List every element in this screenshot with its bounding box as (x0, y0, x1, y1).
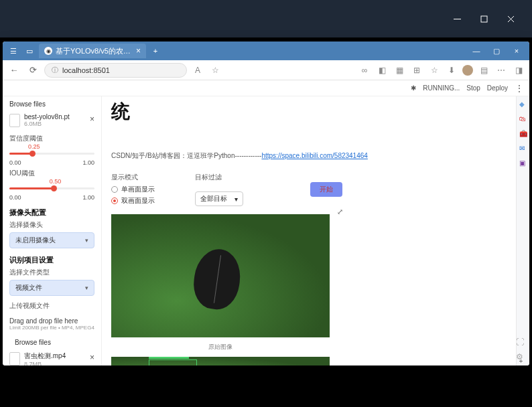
image-caption-1: 原始图像 (111, 343, 330, 351)
outer-close-button[interactable] (497, 8, 524, 29)
extension2-icon[interactable]: ▦ (393, 64, 406, 77)
file-icon (9, 352, 20, 365)
chevron-down-icon: ▾ (85, 284, 88, 291)
url-input[interactable]: ⓘ localhost:8501 (44, 63, 187, 78)
shopping-icon[interactable]: 🛍 (519, 115, 527, 123)
expand-image-icon[interactable]: ⤢ (337, 208, 343, 216)
reload-button[interactable]: ⟳ (25, 63, 40, 78)
downloads-icon[interactable]: ⬇ (445, 64, 458, 77)
browser-right-rail: ◆ 🛍 🧰 ✉ ▣ + (516, 96, 529, 365)
browser-tab[interactable]: ◉ 基于YOLOv8/v5的农作物害虫检... × (39, 44, 146, 58)
file-name: best-yolov8n.pt (24, 113, 70, 120)
filetype-select[interactable]: 视频文件 ▾ (9, 280, 94, 296)
main-panel: 统 CSDN/知乎/B站/博客园：逗逗班学Python------------h… (102, 96, 516, 365)
menu-icon[interactable]: ⋯ (494, 64, 508, 77)
conf-max: 1.00 (82, 159, 94, 166)
favorite-icon[interactable]: ☆ (208, 64, 222, 77)
radio-dual-label: 双画面显示 (121, 196, 155, 206)
radio-single-label: 单画面显示 (121, 185, 155, 194)
target-filter-group: 目标过滤 全部目标 ▾ (195, 173, 243, 206)
iou-slider-value: 0.50 (50, 178, 62, 185)
iou-min: 0.00 (9, 194, 21, 201)
camera-select[interactable]: 未启用摄像头 ▾ (9, 232, 94, 248)
running-indicator-icon: ✱ (411, 84, 416, 92)
app-icon[interactable]: ▤ (477, 64, 490, 77)
page-title: 统 (111, 99, 507, 125)
browse-files-button[interactable]: Browse files (9, 99, 94, 109)
upload-hint-text: Limit 200MB per file • MP4, MPEG4 (9, 325, 94, 331)
upload-drag-text: Drag and drop file here (9, 317, 94, 325)
streamlit-header: ✱ RUNNING... Stop Deploy ⋮ (3, 80, 529, 96)
radio-dual[interactable]: 双画面显示 (111, 196, 155, 206)
deploy-button[interactable]: Deploy (487, 84, 508, 92)
chevron-down-icon: ▾ (235, 195, 238, 203)
target-filter-label: 目标过滤 (195, 173, 243, 182)
subtitle: CSDN/知乎/B站/博客园：逗逗班学Python------------htt… (111, 151, 507, 161)
translate-icon[interactable]: A (191, 64, 204, 77)
outer-minimize-button[interactable] (444, 8, 470, 29)
remove-file-icon-2[interactable]: × (90, 351, 94, 362)
sidebar-right-icon[interactable]: ◨ (512, 64, 525, 77)
browser-tabstrip: ☰ ▭ ◉ 基于YOLOv8/v5的农作物害虫检... × + — ▢ × (3, 42, 529, 60)
profile-avatar[interactable] (462, 65, 473, 76)
app-menu-icon[interactable]: ⋮ (515, 83, 524, 94)
file-size: 6.0MB (24, 120, 70, 127)
extension1-icon[interactable]: ◧ (375, 64, 389, 77)
favorites-bar-icon[interactable]: ☆ (427, 64, 441, 77)
slider-label-iou: IOU阈值 (9, 169, 94, 178)
detection-bbox (149, 359, 197, 365)
outer-window-titlebar (0, 0, 532, 37)
upload-dropzone[interactable]: Drag and drop file here Limit 200MB per … (9, 315, 94, 333)
section-camera: 摄像头配置 (9, 208, 94, 218)
onenote-icon[interactable]: ▣ (519, 159, 527, 167)
browser-minimize-button[interactable]: — (468, 45, 485, 57)
infinity-icon[interactable]: ∞ (358, 64, 371, 77)
iou-slider[interactable]: 0.50 (9, 179, 94, 194)
extension3-icon[interactable]: ⊞ (410, 64, 423, 77)
chevron-down-icon: ▾ (85, 237, 88, 244)
tools-icon[interactable]: 🧰 (519, 130, 527, 138)
display-mode-group: 显示模式 单画面显示 双画面显示 (111, 173, 155, 208)
uploaded-file-1: best-yolov8n.pt 6.0MB × (9, 113, 94, 127)
file-name-2: 害虫检测.mp4 (24, 351, 66, 361)
slider-label-conf: 置信度阈值 (9, 134, 94, 143)
browser-close-button[interactable]: × (508, 45, 525, 57)
subtitle-prefix: CSDN/知乎/B站/博客园：逗逗班学Python------------ (111, 152, 261, 159)
target-filter-select[interactable]: 全部目标 ▾ (195, 191, 243, 206)
stop-button[interactable]: Stop (466, 84, 480, 92)
fullscreen-icon[interactable]: ⛶ (516, 337, 525, 347)
outlook-icon[interactable]: ✉ (519, 145, 527, 153)
search-icon[interactable]: ◆ (519, 100, 527, 108)
filetype-select-value: 视频文件 (15, 283, 42, 293)
svg-rect-0 (481, 16, 487, 22)
sidebar-toggle-icon[interactable]: ☰ (7, 44, 20, 58)
lock-icon: ⓘ (52, 66, 58, 75)
settings-icon[interactable]: ⚙ (516, 352, 525, 361)
tabs-icon[interactable]: ▭ (23, 44, 36, 58)
conf-slider[interactable]: 0.25 (9, 145, 94, 159)
new-tab-button[interactable]: + (149, 44, 162, 58)
address-bar: ← ⟳ ⓘ localhost:8501 A ☆ ∞ ◧ ▦ ⊞ ☆ ⬇ ▤ ⋯… (3, 60, 529, 80)
bilibili-link[interactable]: https://space.bilibili.com/582341464 (261, 152, 367, 159)
uploaded-file-2: 害虫检测.mp4 8.7MB × (9, 351, 94, 365)
tab-favicon-icon: ◉ (44, 47, 52, 55)
target-filter-value: 全部目标 (200, 194, 227, 204)
original-image (111, 214, 330, 337)
start-button[interactable]: 开始 (310, 182, 342, 197)
section-project: 识别项目设置 (9, 255, 94, 265)
camera-select-value: 未启用摄像头 (15, 236, 56, 245)
browser-window: ☰ ▭ ◉ 基于YOLOv8/v5的农作物害虫检... × + — ▢ × ← … (3, 42, 529, 365)
app-content: Browse files best-yolov8n.pt 6.0MB × 置信度… (3, 96, 529, 365)
browse-files-button-2[interactable]: Browse files (15, 337, 94, 347)
browser-maximize-button[interactable]: ▢ (488, 45, 505, 57)
back-button[interactable]: ← (7, 63, 21, 78)
conf-min: 0.00 (9, 159, 21, 166)
radio-single[interactable]: 单画面显示 (111, 185, 155, 194)
outer-maximize-button[interactable] (470, 8, 497, 29)
remove-file-icon[interactable]: × (90, 113, 94, 124)
upload-label: 上传视频文件 (9, 301, 94, 311)
url-text: localhost:8501 (62, 66, 110, 74)
tab-close-icon[interactable]: × (136, 46, 141, 56)
detection-image: 水蛭甲 夹 94% (111, 357, 330, 365)
iou-max: 1.00 (82, 194, 94, 201)
